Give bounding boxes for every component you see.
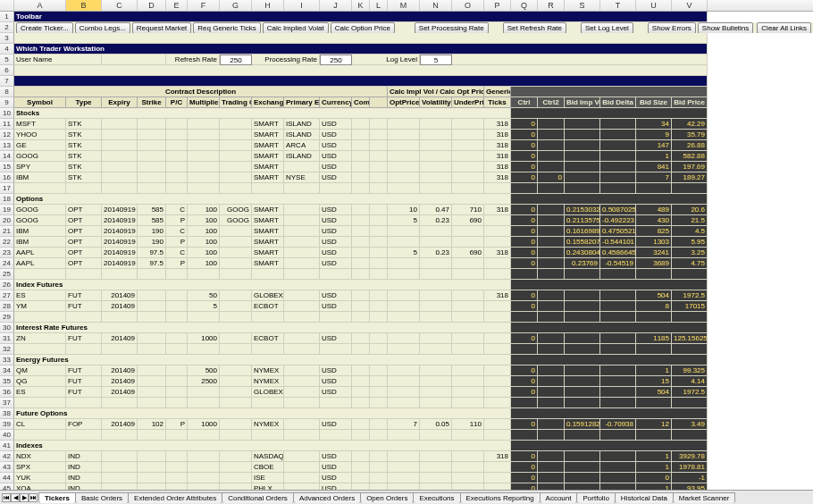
data-cell[interactable]: FUT bbox=[66, 290, 102, 301]
col-header-B[interactable]: B bbox=[66, 0, 102, 11]
col-R[interactable]: Ctrl2 bbox=[538, 97, 565, 108]
data-cell[interactable] bbox=[102, 172, 138, 183]
data-cell[interactable]: 0 bbox=[511, 365, 538, 376]
data-cell[interactable] bbox=[420, 237, 452, 248]
data-cell[interactable]: 710 bbox=[452, 205, 484, 215]
col-header-H[interactable]: H bbox=[252, 0, 284, 11]
data-cell[interactable]: 97.5 bbox=[138, 258, 166, 269]
data-cell[interactable]: 0.1558207 bbox=[565, 237, 600, 248]
data-cell[interactable]: -0.54519 bbox=[600, 258, 636, 269]
data-cell[interactable] bbox=[166, 344, 188, 355]
data-cell[interactable] bbox=[538, 344, 565, 355]
row-header[interactable]: 24 bbox=[0, 258, 14, 269]
data-cell[interactable]: 500 bbox=[188, 365, 220, 376]
row-header[interactable]: 31 bbox=[0, 333, 14, 344]
data-cell[interactable]: SMART bbox=[252, 162, 284, 172]
data-cell[interactable] bbox=[138, 162, 166, 172]
data-cell[interactable] bbox=[14, 430, 66, 441]
data-cell[interactable] bbox=[420, 162, 452, 172]
data-cell[interactable]: 201409 bbox=[102, 376, 138, 387]
data-cell[interactable] bbox=[420, 183, 452, 194]
data-cell[interactable] bbox=[166, 130, 188, 140]
data-cell[interactable] bbox=[388, 183, 420, 194]
row-header[interactable]: 5 bbox=[0, 55, 14, 65]
col-Q[interactable]: Ctrl bbox=[511, 97, 538, 108]
data-cell[interactable]: QM bbox=[14, 365, 66, 376]
data-cell[interactable] bbox=[320, 269, 352, 280]
data-cell[interactable]: CBOE bbox=[252, 462, 284, 473]
data-cell[interactable]: 1 bbox=[636, 151, 672, 162]
sheet-tab[interactable]: Executions Reporting bbox=[460, 492, 541, 503]
data-cell[interactable]: 147 bbox=[636, 140, 672, 151]
data-cell[interactable] bbox=[284, 430, 320, 441]
proc-value[interactable]: 250 bbox=[320, 55, 352, 65]
data-cell[interactable] bbox=[538, 387, 565, 398]
data-cell[interactable]: YM bbox=[14, 301, 66, 312]
data-cell[interactable] bbox=[565, 451, 600, 462]
data-cell[interactable]: 0.1616989 bbox=[565, 226, 600, 237]
data-cell[interactable]: 1 bbox=[636, 483, 672, 490]
data-cell[interactable] bbox=[511, 312, 538, 323]
data-cell[interactable] bbox=[220, 473, 252, 483]
data-cell[interactable]: SMART bbox=[252, 151, 284, 162]
data-cell[interactable] bbox=[420, 398, 452, 408]
data-cell[interactable] bbox=[420, 290, 452, 301]
data-cell[interactable]: GOOG bbox=[14, 151, 66, 162]
data-cell[interactable] bbox=[102, 162, 138, 172]
data-cell[interactable]: 1185 bbox=[636, 333, 672, 344]
data-cell[interactable] bbox=[600, 430, 636, 441]
data-cell[interactable] bbox=[138, 483, 166, 490]
data-cell[interactable]: SMART bbox=[252, 119, 284, 130]
data-cell[interactable] bbox=[388, 172, 420, 183]
row-header[interactable]: 28 bbox=[0, 301, 14, 312]
data-cell[interactable]: 0 bbox=[636, 473, 672, 483]
refresh-value[interactable]: 250 bbox=[220, 55, 252, 65]
data-cell[interactable] bbox=[452, 172, 484, 183]
data-cell[interactable]: USD bbox=[320, 226, 352, 237]
data-cell[interactable] bbox=[220, 130, 252, 140]
col-K[interactable]: Comb Legs bbox=[352, 97, 370, 108]
data-cell[interactable]: SMART bbox=[252, 140, 284, 151]
data-cell[interactable] bbox=[166, 290, 188, 301]
data-cell[interactable] bbox=[484, 301, 511, 312]
row-header[interactable]: 14 bbox=[0, 151, 14, 162]
data-cell[interactable] bbox=[388, 312, 420, 323]
data-cell[interactable] bbox=[565, 344, 600, 355]
row-header[interactable]: 37 bbox=[0, 398, 14, 408]
data-cell[interactable] bbox=[284, 183, 320, 194]
data-cell[interactable] bbox=[636, 183, 672, 194]
data-cell[interactable]: 3689 bbox=[636, 258, 672, 269]
data-cell[interactable]: USD bbox=[320, 483, 352, 490]
data-cell[interactable] bbox=[600, 483, 636, 490]
data-cell[interactable]: USD bbox=[320, 140, 352, 151]
data-cell[interactable]: 489 bbox=[636, 205, 672, 215]
data-cell[interactable] bbox=[14, 398, 66, 408]
data-cell[interactable]: ES bbox=[14, 290, 66, 301]
data-cell[interactable] bbox=[138, 183, 166, 194]
data-cell[interactable] bbox=[452, 462, 484, 473]
col-S[interactable]: Bid Imp Vol bbox=[565, 97, 600, 108]
data-cell[interactable]: 0.4586645 bbox=[600, 248, 636, 258]
data-cell[interactable]: 189.27 bbox=[672, 172, 708, 183]
data-cell[interactable]: ZN bbox=[14, 333, 66, 344]
toolbar-button[interactable]: Create Ticker... bbox=[16, 22, 73, 33]
col-header-I[interactable]: I bbox=[284, 0, 320, 11]
col-header-Q[interactable]: Q bbox=[511, 0, 538, 11]
data-cell[interactable]: 197.69 bbox=[672, 162, 708, 172]
data-cell[interactable] bbox=[600, 376, 636, 387]
data-cell[interactable] bbox=[672, 312, 708, 323]
data-cell[interactable]: 318 bbox=[484, 162, 511, 172]
data-cell[interactable] bbox=[220, 344, 252, 355]
data-cell[interactable] bbox=[284, 333, 320, 344]
data-cell[interactable]: IND bbox=[66, 451, 102, 462]
data-cell[interactable] bbox=[538, 183, 565, 194]
col-header-J[interactable]: J bbox=[320, 0, 352, 11]
data-cell[interactable]: -1 bbox=[672, 473, 708, 483]
data-cell[interactable] bbox=[138, 151, 166, 162]
data-cell[interactable]: 26.88 bbox=[672, 140, 708, 151]
sheet-tab[interactable]: Market Scanner bbox=[673, 492, 735, 503]
row-header[interactable]: 18 bbox=[0, 194, 14, 205]
data-cell[interactable] bbox=[600, 312, 636, 323]
data-cell[interactable]: OPT bbox=[66, 215, 102, 226]
data-cell[interactable] bbox=[138, 473, 166, 483]
